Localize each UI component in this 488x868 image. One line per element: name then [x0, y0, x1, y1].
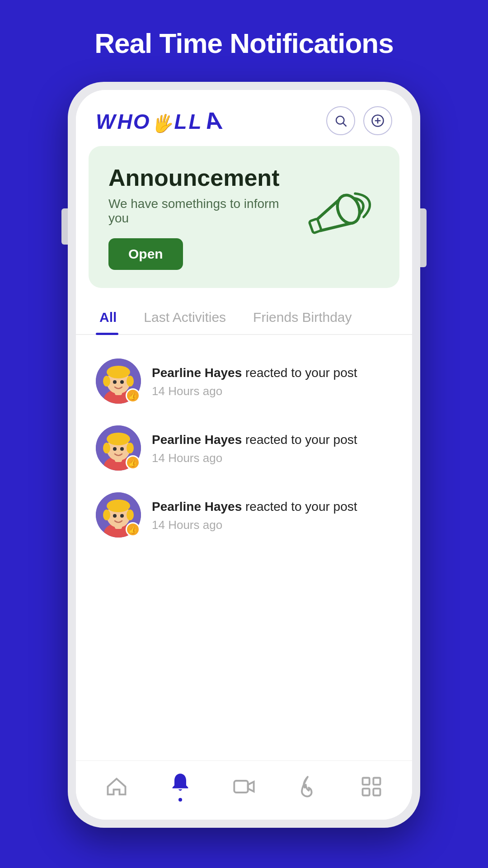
- svg-point-23: [113, 447, 117, 451]
- svg-point-29: [107, 500, 130, 512]
- notification-content: Pearline Hayes reacted to your post 14 H…: [152, 364, 392, 398]
- avatar-wrapper: 👍: [96, 359, 141, 404]
- nav-active-dot: [178, 798, 182, 802]
- svg-rect-36: [373, 778, 380, 785]
- nav-menu[interactable]: [360, 775, 383, 798]
- megaphone-icon: [303, 179, 380, 255]
- open-button[interactable]: Open: [108, 238, 183, 270]
- app-header: WHO🖐LLA: [76, 90, 412, 146]
- nav-home[interactable]: [105, 775, 128, 798]
- svg-point-11: [107, 366, 130, 378]
- svg-point-32: [113, 514, 117, 518]
- svg-point-13: [127, 376, 134, 387]
- notification-time: 14 Hours ago: [152, 384, 392, 398]
- home-icon: [105, 775, 128, 798]
- add-button[interactable]: [363, 106, 392, 135]
- search-icon: [334, 114, 347, 127]
- svg-point-30: [103, 509, 110, 520]
- notification-text: Pearline Hayes reacted to your post: [152, 364, 392, 382]
- video-icon: [232, 775, 256, 798]
- bell-icon: [169, 772, 192, 795]
- notification-content: Pearline Hayes reacted to your post 14 H…: [152, 431, 392, 465]
- svg-rect-37: [362, 788, 369, 795]
- notification-time: 14 Hours ago: [152, 451, 392, 465]
- notification-time: 14 Hours ago: [152, 518, 392, 532]
- reaction-badge: 👍: [126, 455, 140, 470]
- svg-line-1: [343, 123, 347, 127]
- reaction-badge: 👍: [126, 388, 140, 403]
- notification-item: 👍 Pearline Hayes reacted to your post 14…: [89, 481, 399, 548]
- announcement-subtitle: We have somethings to inform you: [108, 197, 303, 226]
- grid-icon: [360, 775, 383, 798]
- nav-trending[interactable]: [296, 775, 319, 798]
- tab-all[interactable]: All: [96, 301, 131, 334]
- announcement-title: Announcement: [108, 164, 303, 191]
- svg-point-12: [103, 376, 110, 387]
- notification-item: 👍 Pearline Hayes reacted to your post 14…: [89, 348, 399, 415]
- svg-point-21: [103, 443, 110, 453]
- svg-point-31: [127, 509, 134, 520]
- announcement-text: Announcement We have somethings to infor…: [108, 164, 303, 270]
- svg-point-33: [120, 514, 124, 518]
- notifications-list: 👍 Pearline Hayes reacted to your post 14…: [76, 340, 412, 760]
- bottom-nav: [76, 760, 412, 820]
- reaction-badge: 👍: [126, 522, 140, 537]
- svg-rect-34: [234, 781, 248, 793]
- svg-point-0: [336, 116, 344, 124]
- phone-frame: WHO🖐LLA: [68, 82, 420, 828]
- fire-icon: [296, 775, 319, 798]
- header-icons: [326, 106, 392, 135]
- svg-rect-35: [362, 778, 369, 785]
- nav-video[interactable]: [232, 775, 256, 798]
- svg-rect-38: [373, 788, 380, 795]
- notification-item: 👍 Pearline Hayes reacted to your post 14…: [89, 415, 399, 481]
- app-logo: WHO🖐LLA: [96, 107, 222, 134]
- tabs: All Last Activities Friends Birthday: [76, 301, 412, 335]
- tab-last-activities[interactable]: Last Activities: [140, 301, 240, 334]
- page-title: Real Time Notifications: [94, 27, 393, 59]
- avatar-wrapper: 👍: [96, 425, 141, 471]
- svg-point-14: [113, 380, 117, 384]
- nav-notifications[interactable]: [169, 772, 192, 802]
- notification-text: Pearline Hayes reacted to your post: [152, 498, 392, 515]
- phone-inner: WHO🖐LLA: [76, 90, 412, 820]
- tab-friends-birthday[interactable]: Friends Birthday: [249, 301, 366, 334]
- notification-content: Pearline Hayes reacted to your post 14 H…: [152, 498, 392, 532]
- svg-point-15: [120, 380, 124, 384]
- svg-point-20: [107, 433, 130, 445]
- svg-point-24: [120, 447, 124, 451]
- notification-text: Pearline Hayes reacted to your post: [152, 431, 392, 448]
- avatar-wrapper: 👍: [96, 492, 141, 538]
- svg-point-22: [127, 443, 134, 453]
- plus-icon: [371, 114, 385, 127]
- announcement-banner: Announcement We have somethings to infor…: [89, 146, 399, 288]
- search-button[interactable]: [326, 106, 355, 135]
